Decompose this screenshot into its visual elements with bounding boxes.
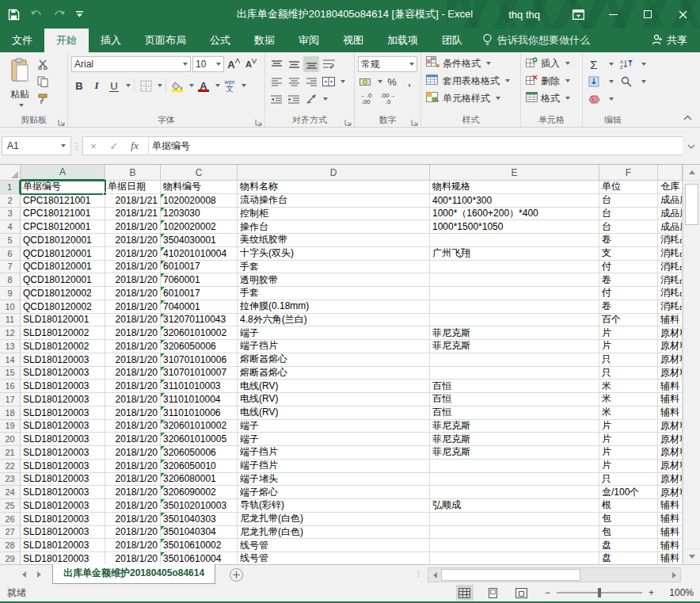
row-header-23[interactable]: 23 — [0, 473, 21, 487]
cell-D11[interactable]: 4.8外六角(兰白) — [238, 314, 430, 327]
comma-style-button[interactable]: , — [401, 74, 417, 90]
cell-B15[interactable]: 2018/1/20 — [105, 367, 161, 380]
cell-B7[interactable]: 2018/1/20 — [105, 261, 161, 274]
increase-font-size-button[interactable]: A — [226, 56, 242, 72]
cell-C13[interactable]: 3206050006 — [161, 340, 238, 353]
maximize-button[interactable] — [630, 0, 665, 29]
ribbon-tab-插入[interactable]: 插入 — [89, 29, 133, 52]
share-button[interactable]: 共享 — [639, 29, 700, 52]
cell-G27[interactable]: 辅料 — [658, 526, 683, 540]
row-header-14[interactable]: 14 — [0, 353, 21, 367]
row-header-20[interactable]: 20 — [0, 433, 21, 446]
cell-F10[interactable]: 卷 — [599, 300, 658, 314]
cell-D6[interactable]: 十字头(双头) — [238, 247, 430, 261]
cell-C23[interactable]: 3206080001 — [161, 473, 238, 487]
cell-B6[interactable]: 2018/1/20 — [105, 247, 161, 261]
cell-A15[interactable]: SLD180120003 — [21, 367, 105, 380]
cell-G13[interactable]: 原材料 — [658, 340, 683, 353]
cell-F12[interactable]: 片 — [599, 326, 658, 340]
cell-B19[interactable]: 2018/1/20 — [105, 420, 161, 433]
vertical-scrollbar[interactable] — [683, 165, 700, 564]
column-header-G[interactable] — [658, 165, 683, 181]
expand-formula-bar-icon[interactable] — [683, 140, 700, 151]
cell-B8[interactable]: 2018/1/20 — [105, 273, 161, 287]
cell-D20[interactable]: 端子 — [238, 433, 430, 446]
cell-F8[interactable]: 卷 — [599, 273, 658, 287]
row-header-2[interactable]: 2 — [0, 194, 21, 208]
cell-G16[interactable]: 辅料 — [658, 380, 683, 393]
row-header-28[interactable]: 28 — [0, 539, 21, 552]
cell-C27[interactable]: 3501040304 — [161, 526, 238, 540]
copy-icon[interactable] — [37, 76, 50, 90]
cell-A11[interactable]: SLD180120001 — [21, 314, 105, 327]
cell-F9[interactable]: 付 — [599, 287, 658, 300]
cell-F1[interactable]: 单位 — [599, 181, 658, 194]
percent-style-button[interactable]: % — [384, 74, 400, 90]
column-header-C[interactable]: C — [161, 165, 238, 181]
font-dialog-launcher-icon[interactable] — [255, 117, 263, 125]
cell-D2[interactable]: 流动操作台 — [238, 194, 430, 208]
row-header-21[interactable]: 21 — [0, 446, 21, 460]
cell-A12[interactable]: SLD180120002 — [21, 326, 105, 340]
cell-E15[interactable] — [430, 367, 599, 380]
row-header-4[interactable]: 4 — [0, 220, 21, 234]
cell-E6[interactable]: 广州飞翔 — [430, 247, 599, 261]
cell-styles-dropdown-icon[interactable] — [496, 97, 500, 100]
bold-button[interactable]: B — [71, 78, 87, 94]
cell-F14[interactable]: 只 — [599, 353, 658, 367]
conditional-formatting-dropdown-icon[interactable] — [486, 62, 491, 65]
row-header-16[interactable]: 16 — [0, 380, 21, 393]
cell-D27[interactable]: 尼龙扎带(白色) — [238, 526, 430, 540]
row-header-24[interactable]: 24 — [0, 486, 21, 499]
cell-C3[interactable]: 1203030 — [161, 208, 238, 221]
undo-icon[interactable] — [30, 10, 43, 20]
row-header-1[interactable]: 1 — [0, 181, 21, 194]
paste-button[interactable]: 粘贴 — [2, 55, 37, 107]
ribbon-tab-文件[interactable]: 文件 — [0, 29, 44, 52]
cell-F16[interactable]: 米 — [599, 380, 658, 393]
cell-C21[interactable]: 3206050006 — [161, 446, 238, 460]
cell-G11[interactable]: 辅料 — [658, 314, 683, 327]
cell-G25[interactable]: 辅料 — [658, 499, 683, 513]
row-header-17[interactable]: 17 — [0, 393, 21, 406]
increase-decimal-button[interactable]: ←.0.00 — [358, 91, 374, 107]
orientation-icon[interactable] — [303, 91, 319, 107]
cell-A6[interactable]: QCD180120001 — [21, 247, 105, 261]
cell-B10[interactable]: 2018/1/20 — [105, 300, 161, 314]
cell-G10[interactable]: 消耗品 — [658, 300, 683, 314]
align-center-icon[interactable] — [286, 74, 302, 90]
cell-E19[interactable]: 菲尼克斯 — [430, 420, 599, 433]
ribbon-tab-数据[interactable]: 数据 — [242, 29, 287, 52]
cell-G17[interactable]: 辅料 — [658, 393, 683, 406]
cell-D9[interactable]: 手套 — [238, 287, 430, 300]
align-bottom-icon[interactable] — [303, 56, 319, 72]
cell-E2[interactable]: 400*1100*300 — [430, 194, 599, 208]
number-format-dropdown-icon[interactable] — [409, 63, 414, 66]
cell-C11[interactable]: 312070110043 — [161, 314, 238, 327]
cell-A22[interactable]: SLD180120003 — [21, 460, 105, 473]
row-header-12[interactable]: 12 — [0, 326, 21, 340]
italic-button[interactable]: I — [89, 78, 105, 94]
format-dropdown-icon[interactable] — [565, 97, 570, 100]
delete-cells-button[interactable]: 删除 — [523, 72, 580, 90]
cell-E11[interactable] — [430, 314, 599, 327]
underline-dropdown-icon[interactable] — [126, 84, 131, 87]
phonetic-guide-button[interactable]: wén文 — [222, 78, 238, 94]
cell-E7[interactable] — [430, 261, 599, 274]
cell-D14[interactable]: 熔断器熔心 — [238, 353, 430, 367]
cell-B2[interactable]: 2018/1/21 — [105, 194, 161, 208]
alignment-dialog-launcher-icon[interactable] — [344, 117, 352, 125]
cell-A27[interactable]: SLD180120003 — [21, 526, 105, 540]
cell-A5[interactable]: QCD180120001 — [21, 234, 105, 247]
cell-C15[interactable]: 310701010007 — [161, 367, 238, 380]
cell-F20[interactable]: 片 — [599, 433, 658, 446]
cell-A1[interactable]: 单据编号 — [21, 181, 105, 194]
cell-B20[interactable]: 2018/1/20 — [105, 433, 161, 446]
cell-A28[interactable]: SLD180120003 — [21, 539, 105, 552]
cell-F17[interactable]: 米 — [599, 393, 658, 406]
cell-E16[interactable]: 百恒 — [430, 380, 599, 393]
cell-F2[interactable]: 台 — [599, 194, 658, 208]
cell-B25[interactable]: 2018/1/20 — [105, 499, 161, 513]
decrease-decimal-button[interactable]: .00→.0 — [380, 91, 396, 107]
cell-E24[interactable] — [430, 486, 599, 499]
